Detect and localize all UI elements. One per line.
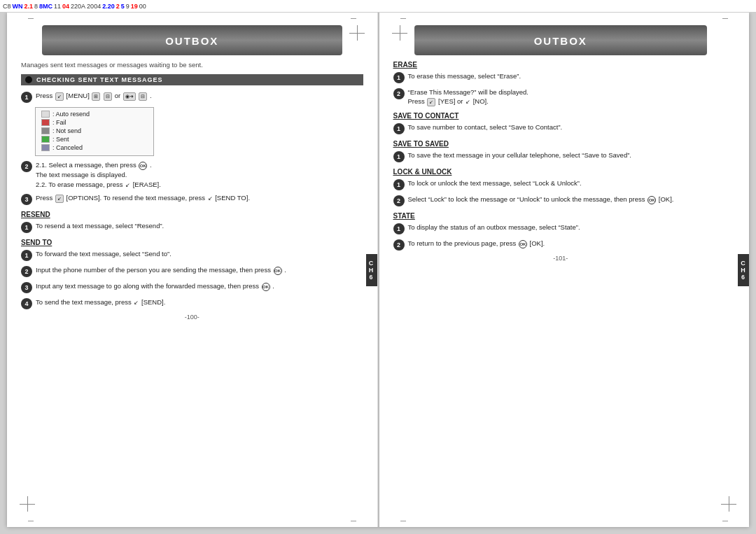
- not-send-icon: [41, 127, 50, 134]
- lock-step-1-text: To lock or unlock the text message, sele…: [408, 178, 729, 188]
- state-step-2-end: [OK].: [530, 239, 545, 247]
- menu-icon-3: ◉➜: [123, 92, 136, 101]
- step-1-row: 1 Press ↙ [MENU] ⊞ ⊟ or ◉➜ ⊟ .: [21, 91, 363, 103]
- sendto-step-1: 1 To forward the text message, select “S…: [21, 249, 363, 261]
- lock-step-2: 2 Select “Lock” to lock the message or “…: [393, 195, 729, 206]
- sendto-step-4-num: 4: [21, 298, 32, 309]
- margin-mark-r-bl: [400, 521, 406, 521]
- state-step-2-text: To return to the previous page, press OK…: [408, 239, 729, 248]
- resend-title: RESEND: [21, 211, 363, 218]
- margin-mark: [28, 521, 34, 521]
- erase-step-2a: “Erase This Message?” will be displayed.: [408, 88, 528, 96]
- ok-icon-3: OK: [262, 283, 270, 291]
- ok-circle-icon: OK: [139, 162, 147, 170]
- right-page-num: -101-: [393, 255, 729, 262]
- no-icon: ↙: [465, 98, 470, 106]
- lock-step-1-num: 1: [393, 179, 405, 190]
- state-step-2-main: To return to the previous page, press: [408, 239, 517, 247]
- send-icon: ↙: [134, 299, 139, 307]
- erase-step-1-text: To erase this message, select “Erase”.: [408, 71, 729, 80]
- sendto-step-4-end: [SEND].: [141, 298, 165, 306]
- state-step-1-num: 1: [393, 223, 405, 234]
- margin-mark-r-br: [722, 521, 728, 521]
- step-1-num: 1: [21, 92, 32, 103]
- yes-icon: ↙: [427, 98, 435, 106]
- crosshair-bottom-left: [20, 496, 35, 512]
- ok-icon-2: OK: [274, 267, 282, 275]
- step-3-text: Press ↙ [OPTIONS]. To resend the text me…: [36, 193, 363, 203]
- lock-step-2-text: Select “Lock” to lock the message or “Un…: [408, 195, 729, 204]
- ok-lock-icon: OK: [648, 196, 656, 204]
- menu-box: : Auto resend : Fail : Not send : Sent: [35, 107, 154, 156]
- save-saved-step-1-num: 1: [393, 151, 405, 162]
- lock-title: LOCK & UNLOCK: [393, 168, 729, 176]
- state-step-2: 2 To return to the previous page, press …: [393, 239, 729, 251]
- lock-step-1: 1 To lock or unlock the text message, se…: [393, 178, 729, 190]
- left-page: CH6 OUTBOX Manages sent text messages or…: [7, 13, 378, 527]
- save-saved-step-1: 1 To save the text message in your cellu…: [393, 150, 729, 162]
- save-saved-title: SAVE TO SAVED: [393, 140, 729, 148]
- lock-step-2-main: Select “Lock” to lock the message or “Un…: [408, 195, 645, 203]
- step-2-row: 2 2.1. Select a message, then press OK .…: [21, 160, 363, 189]
- right-page-header: OUTBOX: [414, 25, 708, 55]
- auto-resend-label: : Auto resend: [52, 111, 90, 118]
- step-2a-after: .: [150, 161, 152, 169]
- sendto-step-2-text: Input the phone number of the person you…: [36, 265, 363, 275]
- margin-mark: [351, 521, 356, 521]
- fail-icon: [41, 119, 50, 126]
- margin-mark: [28, 18, 34, 19]
- sendto-step-2-main: Input the phone number of the person you…: [36, 266, 271, 274]
- left-page-header: OUTBOX: [42, 25, 342, 55]
- step-3-row: 3 Press ↙ [OPTIONS]. To resend the text …: [21, 193, 363, 205]
- section-title-text: CHECKING SENT TEXT MESSAGES: [36, 76, 163, 83]
- fail-label: : Fail: [52, 119, 66, 126]
- ch-tab-left: CH6: [366, 254, 377, 286]
- left-subtitle: Manages sent text messages or messages w…: [21, 61, 363, 69]
- erase-step-2: 2 “Erase This Message?” will be displaye…: [393, 87, 729, 106]
- menu-icon-1: ⊞: [92, 92, 100, 101]
- resend-step-1-num: 1: [21, 222, 32, 233]
- ch-tab-right: CH6: [738, 254, 749, 286]
- erase-title: ERASE: [393, 61, 729, 69]
- menu-left-icon: ↙: [55, 92, 64, 101]
- step-2-num: 2: [21, 161, 32, 172]
- right-page: CH6 OUTBOX ERASE 1 To erase this message…: [379, 13, 750, 527]
- step-3-num: 3: [21, 194, 32, 205]
- sendto-step-1-text: To forward the text message, select “Sen…: [36, 249, 363, 258]
- inner-pages: CH6 OUTBOX Manages sent text messages or…: [7, 13, 749, 527]
- top-bar: C8 WN 2.1 8 8MC 11 04 220A 2004 2.20 2 5…: [0, 0, 756, 13]
- step-2c-text: 2.2. To erase message, press: [36, 181, 122, 188]
- menu-item-canceled: : Canceled: [41, 144, 148, 151]
- save-contact-step-1: 1 To save number to contact, select “Sav…: [393, 122, 729, 134]
- sendto-step-4: 4 To send the text message, press ↙ [SEN…: [21, 297, 363, 309]
- sent-label: : Sent: [52, 136, 69, 143]
- menu-item-fail: : Fail: [41, 119, 148, 126]
- menu-item-not-send: : Not send: [41, 127, 148, 134]
- sendto-step-2: 2 Input the phone number of the person y…: [21, 265, 363, 277]
- save-contact-step-1-num: 1: [393, 123, 405, 134]
- margin-mark-r-tl: [400, 18, 406, 19]
- state-step-1-text: To display the status of an outbox messa…: [408, 223, 729, 232]
- erase-step-1-num: 1: [393, 72, 405, 83]
- menu-item-auto-resend: : Auto resend: [41, 111, 148, 118]
- checking-sent-section: CHECKING SENT TEXT MESSAGES: [21, 74, 363, 85]
- save-contact-title: SAVE TO CONTACT: [393, 112, 729, 120]
- options-icon: ↙: [55, 195, 64, 203]
- sendto-title: SEND TO: [21, 239, 363, 246]
- sendto-icon: ↙: [208, 195, 213, 202]
- crosshair-top-right: [349, 25, 365, 41]
- sendto-step-4-main: To send the text message, press: [36, 298, 132, 306]
- erase-step-2-num: 2: [393, 88, 405, 99]
- save-saved-step-1-text: To save the text message in your cellula…: [408, 150, 729, 160]
- bullet-icon: [25, 76, 32, 83]
- margin-mark-r-tr: [722, 18, 728, 19]
- sendto-step-3-num: 3: [21, 282, 32, 293]
- resend-step-1: 1 To resend a text message, select “Rese…: [21, 221, 363, 233]
- step-2-text: 2.1. Select a message, then press OK . T…: [36, 160, 363, 189]
- lock-step-2-num: 2: [393, 195, 405, 206]
- sendto-step-2-num: 2: [21, 266, 32, 277]
- sendto-step-3: 3 Input any text message to go along wit…: [21, 281, 363, 293]
- not-send-label: : Not send: [52, 127, 81, 134]
- sendto-step-1-num: 1: [21, 250, 32, 261]
- crosshair-top-left-right: [392, 25, 407, 41]
